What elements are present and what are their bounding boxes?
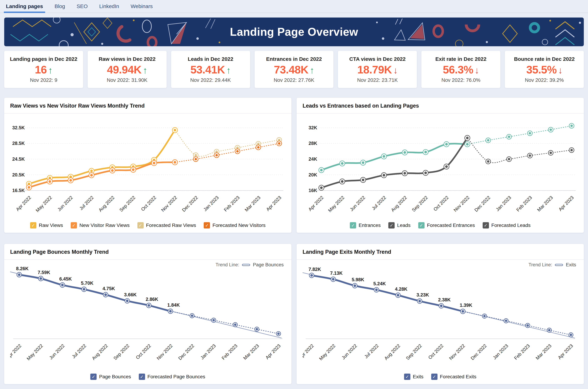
chart-legend: ✓Raw Views✓New Visitor Raw Views✓Forecas… bbox=[10, 221, 285, 229]
svg-text:Jun 2022: Jun 2022 bbox=[349, 195, 366, 212]
svg-text:Aug 2022: Aug 2022 bbox=[98, 195, 115, 213]
svg-text:Dec 2022: Dec 2022 bbox=[473, 195, 491, 213]
legend-label: Forecasted Leads bbox=[491, 223, 531, 228]
exits-chart: Apr 2022May 2022Jun 2022Jul 2022Aug 2022… bbox=[303, 260, 578, 368]
bounces-chart: Apr 2022May 2022Jun 2022Jul 2022Aug 2022… bbox=[10, 260, 285, 368]
svg-text:1.39K: 1.39K bbox=[460, 303, 472, 308]
legend-label: Raw Views bbox=[39, 223, 63, 228]
checkbox-checked-icon[interactable]: ✓ bbox=[483, 222, 489, 228]
kpi-previous-value: Nov 2022: 29.44K bbox=[172, 77, 249, 83]
checkbox-checked-icon[interactable]: ✓ bbox=[71, 222, 77, 228]
svg-text:Nov 2022: Nov 2022 bbox=[448, 343, 466, 361]
svg-text:3.66K: 3.66K bbox=[124, 292, 137, 297]
checkbox-checked-icon[interactable]: ✓ bbox=[350, 222, 356, 228]
checkbox-checked-icon[interactable]: ✓ bbox=[204, 222, 210, 228]
legend-item-forecasted-page-bounces[interactable]: ✓Forecasted Page Bounces bbox=[139, 374, 205, 380]
tab-webinars[interactable]: Webinars bbox=[130, 0, 153, 13]
legend-item-forecasted-new-visitors[interactable]: ✓Forecasted New Visitors bbox=[204, 222, 265, 228]
checkbox-checked-icon[interactable]: ✓ bbox=[431, 374, 438, 380]
svg-text:Feb 2023: Feb 2023 bbox=[513, 343, 531, 361]
svg-text:2.86K: 2.86K bbox=[146, 297, 158, 302]
legend-label: Leads bbox=[397, 223, 410, 228]
trend-line-series-name: Exits bbox=[566, 262, 576, 268]
svg-text:Mar 2023: Mar 2023 bbox=[244, 195, 261, 213]
svg-text:Jun 2022: Jun 2022 bbox=[56, 195, 74, 212]
tab-landing-pages[interactable]: Landing pages bbox=[5, 0, 44, 13]
kpi-card-cta-views-in-dec-2022: CTA views in Dec 202218.79K↓Nov 2022: 23… bbox=[338, 51, 417, 88]
legend-label: Forecasted Exits bbox=[440, 374, 476, 380]
svg-text:5.24K: 5.24K bbox=[373, 281, 386, 286]
svg-text:16.5K: 16.5K bbox=[12, 188, 25, 193]
svg-text:Jan 2023: Jan 2023 bbox=[199, 343, 217, 360]
checkbox-checked-icon[interactable]: ✓ bbox=[90, 374, 97, 380]
legend-item-forecasted-leads[interactable]: ✓Forecasted Leads bbox=[483, 222, 531, 228]
kpi-value: 49.94K↑ bbox=[89, 64, 165, 75]
legend-item-raw-views[interactable]: ✓Raw Views bbox=[30, 222, 63, 228]
svg-text:32.5K: 32.5K bbox=[12, 125, 25, 130]
chart-legend: ✓Exits✓Forecasted Exits bbox=[303, 372, 578, 381]
svg-text:Jul 2022: Jul 2022 bbox=[371, 195, 387, 211]
svg-text:32K: 32K bbox=[308, 125, 317, 130]
legend-item-forecasted-exits[interactable]: ✓Forecasted Exits bbox=[431, 374, 476, 380]
kpi-previous-value: Nov 2022: 31.90K bbox=[89, 77, 165, 83]
legend-item-page-bounces[interactable]: ✓Page Bounces bbox=[90, 374, 131, 380]
svg-text:May 2022: May 2022 bbox=[26, 343, 44, 361]
svg-text:May 2022: May 2022 bbox=[318, 343, 336, 361]
tab-blog[interactable]: Blog bbox=[54, 0, 66, 13]
svg-text:Mar 2023: Mar 2023 bbox=[242, 343, 260, 361]
tab-seo[interactable]: SEO bbox=[76, 0, 88, 13]
kpi-previous-value: Nov 2022: 27.76K bbox=[256, 77, 332, 83]
svg-text:Dec 2022: Dec 2022 bbox=[177, 343, 195, 361]
svg-text:Mar 2023: Mar 2023 bbox=[536, 195, 554, 213]
checkbox-checked-icon[interactable]: ✓ bbox=[30, 222, 36, 228]
svg-text:20K: 20K bbox=[308, 172, 317, 177]
checkbox-checked-icon[interactable]: ✓ bbox=[418, 222, 424, 228]
svg-text:Sep 2022: Sep 2022 bbox=[118, 195, 136, 213]
legend-item-exits[interactable]: ✓Exits bbox=[404, 374, 423, 380]
svg-text:Oct 2022: Oct 2022 bbox=[140, 195, 157, 212]
svg-text:7.59K: 7.59K bbox=[38, 270, 50, 275]
trend-line-legend: Trend Line: Page Bounces bbox=[216, 262, 284, 268]
legend-label: Forecasted New Visitors bbox=[212, 223, 265, 228]
legend-item-leads[interactable]: ✓Leads bbox=[388, 222, 410, 228]
svg-text:Oct 2022: Oct 2022 bbox=[135, 343, 152, 360]
trend-line-swatch-icon bbox=[242, 264, 250, 266]
svg-text:Sep 2022: Sep 2022 bbox=[405, 343, 423, 361]
checkbox-checked-icon[interactable]: ✓ bbox=[139, 374, 145, 380]
kpi-value: 18.79K↓ bbox=[339, 64, 416, 75]
tab-linkedin[interactable]: LinkedIn bbox=[99, 0, 120, 13]
chart-card-exits: Landing Page Exits Monthly Trend Trend L… bbox=[297, 244, 584, 384]
banner: Landing Page Overview bbox=[4, 18, 584, 46]
kpi-card-bounce-rate-in-dec-2022: Bounce rate in Dec 202235.5%↓Nov 2022: 3… bbox=[505, 51, 584, 88]
checkbox-checked-icon[interactable]: ✓ bbox=[137, 222, 144, 228]
chart-legend: ✓Page Bounces✓Forecasted Page Bounces bbox=[10, 372, 285, 381]
svg-text:Jan 2023: Jan 2023 bbox=[492, 343, 509, 360]
svg-text:5.70K: 5.70K bbox=[81, 281, 93, 286]
svg-text:Nov 2022: Nov 2022 bbox=[156, 343, 174, 361]
legend-item-forecasted-entrances[interactable]: ✓Forecasted Entrances bbox=[418, 222, 475, 228]
down-arrow-icon: ↓ bbox=[393, 65, 398, 75]
checkbox-checked-icon[interactable]: ✓ bbox=[388, 222, 395, 228]
kpi-value: 16↑ bbox=[6, 64, 82, 75]
svg-text:Feb 2023: Feb 2023 bbox=[223, 195, 241, 213]
page-title: Landing Page Overview bbox=[4, 25, 584, 38]
leads-entrances-chart: 16K20K24K28K32KApr 2022May 2022Jun 2022J… bbox=[303, 114, 578, 217]
legend-item-entrances[interactable]: ✓Entrances bbox=[350, 222, 381, 228]
kpi-title: Leads in Dec 2022 bbox=[172, 56, 249, 62]
svg-text:Aug 2022: Aug 2022 bbox=[390, 195, 408, 213]
kpi-title: Entrances in Dec 2022 bbox=[256, 56, 332, 62]
svg-text:May 2022: May 2022 bbox=[35, 195, 53, 213]
legend-item-forecasted-raw-views[interactable]: ✓Forecasted Raw Views bbox=[137, 222, 196, 228]
up-arrow-icon: ↑ bbox=[226, 65, 231, 75]
legend-item-new-visitor-raw-views[interactable]: ✓New Visitor Raw Views bbox=[71, 222, 130, 228]
svg-text:May 2022: May 2022 bbox=[327, 195, 345, 213]
svg-text:Apr 2023: Apr 2023 bbox=[558, 195, 575, 212]
down-arrow-icon: ↓ bbox=[558, 65, 562, 75]
svg-text:7.13K: 7.13K bbox=[330, 271, 343, 276]
kpi-title: Landing pages in Dec 2022 bbox=[6, 56, 82, 62]
svg-text:Nov 2022: Nov 2022 bbox=[452, 195, 470, 213]
chart-card-raw-views: Raw Views vs New Visitor Raw Views Month… bbox=[4, 98, 291, 233]
kpi-value: 56.3%↓ bbox=[423, 64, 499, 75]
checkbox-checked-icon[interactable]: ✓ bbox=[404, 374, 410, 380]
svg-text:Feb 2023: Feb 2023 bbox=[515, 195, 533, 213]
